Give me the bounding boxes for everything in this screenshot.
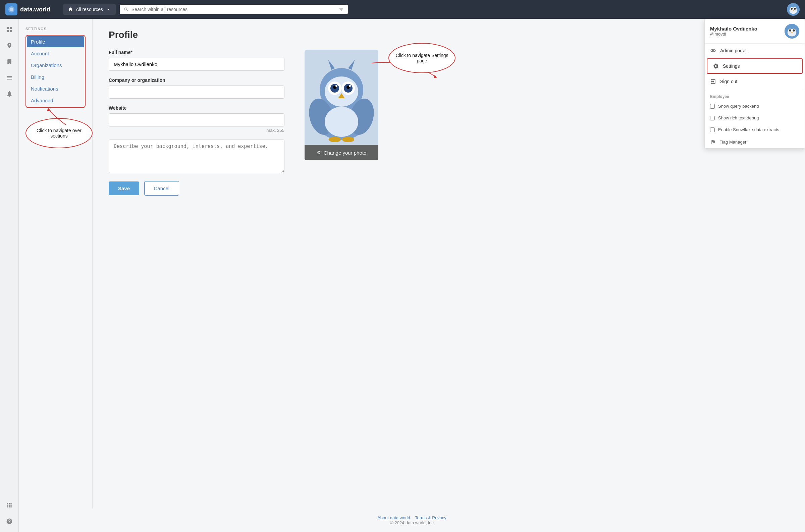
settings-sidebar: SETTINGS Profile Account Organizations B… — [19, 19, 93, 509]
gear-photo-icon: ⚙ — [317, 150, 321, 156]
svg-marker-21 — [348, 60, 355, 70]
exit-icon — [710, 78, 716, 84]
dropdown-user-info: Mykhailo Ovdiienko @movdi — [710, 26, 758, 37]
settings-label: Settings — [723, 63, 740, 69]
app-body: SETTINGS Profile Account Organizations B… — [0, 19, 805, 532]
cancel-button[interactable]: Cancel — [144, 181, 179, 195]
admin-portal-label: Admin portal — [720, 48, 747, 53]
svg-point-34 — [325, 107, 358, 137]
logo-area: data.world — [5, 3, 59, 15]
full-name-label: Full name* — [109, 50, 284, 55]
settings-menu-item-highlighted: Settings — [707, 58, 803, 74]
show-query-backend-label: Show query backend — [718, 103, 759, 109]
dropdown-label: All resources — [76, 7, 103, 12]
company-input[interactable] — [109, 86, 284, 99]
gear-icon — [713, 63, 719, 69]
nav-billing[interactable]: Billing — [27, 72, 84, 82]
dropdown-user-name: Mykhailo Ovdiienko — [710, 26, 758, 32]
link-icon — [710, 48, 716, 54]
filter-icon[interactable] — [339, 7, 344, 12]
sign-out-link[interactable]: Sign out — [705, 74, 805, 89]
enable-snowflake-checkbox[interactable] — [710, 128, 715, 132]
bubble1-arrow — [45, 108, 73, 128]
dropdown-avatar — [785, 24, 799, 39]
nav-right — [787, 3, 800, 16]
company-group: Company or organization — [109, 77, 284, 99]
nav-notifications[interactable]: Notifications — [27, 83, 84, 94]
dropdown-user-handle: @movdi — [710, 32, 758, 37]
change-photo-label: Change your photo — [324, 150, 367, 156]
page-content: SETTINGS Profile Account Organizations B… — [19, 19, 805, 532]
icon-sidebar — [0, 19, 19, 532]
owl-section: Click to navigate Settings page — [305, 50, 378, 160]
form-actions: Save Cancel — [109, 181, 284, 195]
settings-link[interactable]: Settings — [707, 59, 802, 73]
svg-point-7 — [794, 8, 796, 10]
show-query-backend-checkbox[interactable] — [710, 104, 715, 109]
change-photo-button[interactable]: ⚙ Change your photo — [305, 145, 378, 160]
flag-icon — [710, 139, 716, 145]
svg-point-29 — [336, 85, 338, 87]
nav-profile[interactable]: Profile — [27, 36, 84, 47]
show-rich-text-debug-item[interactable]: Show rich text debug — [705, 112, 805, 124]
about-link[interactable]: About data.world — [377, 515, 410, 520]
search-input[interactable] — [132, 7, 336, 12]
enable-snowflake-item[interactable]: Enable Snowflake data extracts — [705, 124, 805, 135]
form-owl-row: Full name* Company or organization Websi… — [109, 50, 378, 195]
sidebar-icon-help[interactable] — [4, 516, 15, 527]
sidebar-icon-grid[interactable] — [4, 24, 15, 35]
save-button[interactable]: Save — [109, 182, 139, 195]
bio-textarea[interactable] — [109, 139, 284, 173]
flag-manager-label: Flag Manager — [720, 139, 746, 145]
copyright: © 2024 data.world, inc — [390, 520, 434, 525]
sign-out-label: Sign out — [720, 79, 737, 84]
user-avatar-button[interactable] — [787, 3, 800, 16]
svg-point-1 — [10, 8, 14, 12]
char-hint: max. 255 — [109, 128, 284, 133]
settings-nav-bordered: Profile Account Organizations Billing No… — [25, 35, 85, 108]
show-rich-text-debug-checkbox[interactable] — [710, 116, 715, 120]
enable-snowflake-label: Enable Snowflake data extracts — [718, 127, 779, 132]
website-group: Website max. 255 — [109, 105, 284, 133]
bubble1-text: Click to navigate over sections — [30, 128, 89, 138]
show-query-backend-item[interactable]: Show query backend — [705, 100, 805, 112]
sidebar-icon-bell[interactable] — [4, 89, 15, 99]
svg-marker-20 — [328, 60, 335, 70]
admin-portal-link[interactable]: Admin portal — [705, 44, 805, 58]
flag-manager-item[interactable]: Flag Manager — [705, 135, 805, 148]
sidebar-icon-explore[interactable] — [4, 40, 15, 51]
topnav: data.world All resources — [0, 0, 805, 19]
bio-group — [109, 139, 284, 174]
dropdown-header: Mykhailo Ovdiienko @movdi — [705, 19, 805, 44]
all-resources-dropdown[interactable]: All resources — [63, 4, 116, 15]
logo-text: data.world — [20, 6, 50, 13]
nav-advanced[interactable]: Advanced — [27, 95, 84, 106]
nav-organizations[interactable]: Organizations — [27, 60, 84, 71]
nav-account[interactable]: Account — [27, 48, 84, 59]
terms-link[interactable]: Terms & Privacy — [415, 515, 446, 520]
sidebar-icon-apps[interactable] — [4, 500, 15, 511]
svg-point-6 — [790, 8, 792, 10]
bubble1-container: Click to navigate over sections — [25, 118, 85, 148]
svg-point-13 — [789, 30, 791, 32]
avatar — [787, 3, 800, 16]
website-input[interactable] — [109, 113, 284, 127]
sidebar-icon-data[interactable] — [4, 73, 15, 83]
company-label: Company or organization — [109, 77, 284, 83]
svg-point-35 — [329, 137, 341, 142]
sidebar-icon-bookmark[interactable] — [4, 56, 15, 67]
search-bar — [120, 5, 348, 14]
logo-icon — [5, 3, 17, 15]
bubble2-text: Click to navigate Settings page — [392, 53, 452, 63]
owl-container — [305, 50, 378, 145]
svg-point-14 — [792, 30, 795, 32]
employee-label: Employee — [705, 92, 805, 100]
footer: About data.world Terms & Privacy © 2024 … — [19, 509, 805, 532]
svg-point-36 — [342, 137, 354, 142]
full-name-input[interactable] — [109, 58, 284, 71]
annotation-bubble-2: Click to navigate Settings page — [388, 43, 456, 73]
svg-marker-17 — [434, 75, 437, 78]
divider — [705, 90, 805, 90]
profile-area: Profile Full name* Company or organizati… — [93, 19, 395, 509]
full-name-group: Full name* — [109, 50, 284, 71]
